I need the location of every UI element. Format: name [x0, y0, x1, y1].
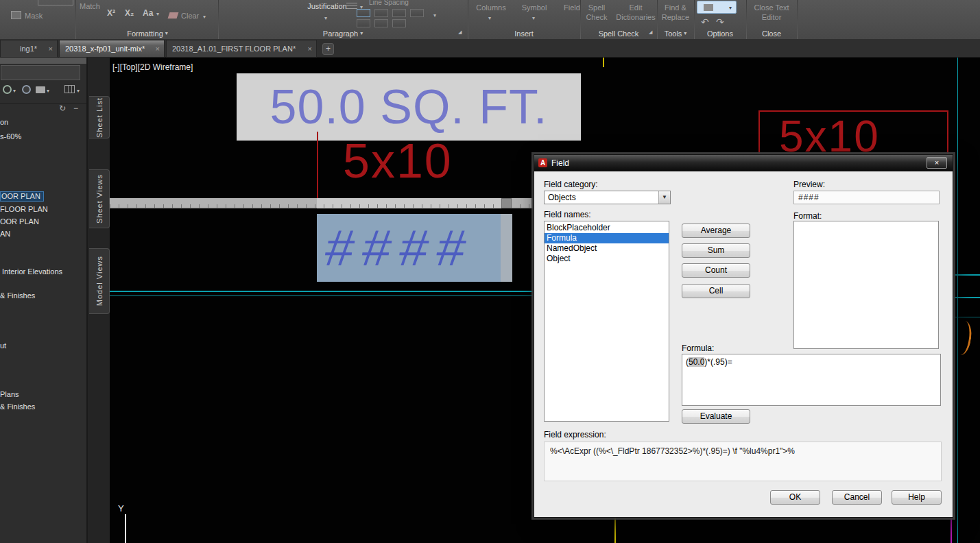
spell-check-button[interactable]: Spell Check: [580, 3, 613, 23]
find-replace-button[interactable]: Find & Replace: [658, 3, 693, 23]
close-text-editor-button[interactable]: Close Text Editor: [750, 3, 793, 23]
clear-formatting-button[interactable]: Clear: [181, 12, 199, 21]
paragraph-options-dropdown-icon[interactable]: ▾: [433, 12, 436, 19]
dropdown-icon[interactable]: ▾: [77, 88, 80, 94]
close-tab-icon[interactable]: ×: [156, 40, 160, 57]
average-button[interactable]: Average: [682, 224, 750, 238]
field-expression-box: %<\AcExpr ((%<\_FldPtr 1867732352>%)*(.9…: [544, 442, 942, 481]
partial-button-outline: [38, 0, 73, 5]
field-names-listbox[interactable]: BlockPlaceholder Formula NamedObject Obj…: [544, 221, 669, 422]
sheet-tree-item[interactable]: s-60%: [0, 132, 21, 141]
cell-button[interactable]: Cell: [682, 284, 750, 298]
mtext-edit-background: [501, 214, 512, 282]
panel-close[interactable]: Close: [746, 28, 797, 38]
file-tab[interactable]: ing1*×: [0, 40, 58, 58]
sheet-tree-item-selected[interactable]: OOR PLAN: [0, 191, 44, 202]
dialog-close-button[interactable]: ×: [927, 157, 947, 169]
file-tab[interactable]: 20318_A1.01_FIRST FLOOR PLAN*×: [166, 40, 317, 58]
sheet-tree-item[interactable]: & Finishes: [0, 291, 35, 300]
help-button[interactable]: Help: [892, 490, 942, 505]
sheet-setup-icon[interactable]: [64, 85, 75, 93]
align-right-icon[interactable]: [392, 9, 406, 17]
field-category-dropdown[interactable]: Objects ▼: [544, 191, 671, 204]
cad-line-yellow: [614, 516, 616, 543]
superscript-button[interactable]: X²: [107, 8, 115, 18]
dialog-title-bar[interactable]: A Field ×: [534, 155, 953, 171]
columns-dropdown-icon[interactable]: ▾: [488, 15, 491, 21]
sheet-tree-item[interactable]: AN: [0, 230, 10, 238]
publish-status-icon[interactable]: [3, 85, 12, 94]
bullets-icon[interactable]: [357, 19, 370, 27]
field-dialog: A Field × Field category: Objects ▼ Fiel…: [534, 154, 953, 518]
file-tab-active[interactable]: 20318_x-fp01_unit-mix*×: [59, 40, 165, 58]
etransmit-icon[interactable]: [22, 85, 31, 94]
panel-formatting[interactable]: Formatting▾: [77, 28, 218, 38]
ruler-width-handle[interactable]: [501, 198, 512, 208]
case-dropdown-icon[interactable]: ▾: [156, 11, 159, 17]
panel-options[interactable]: Options: [694, 28, 746, 38]
symbol-button[interactable]: Symbol: [514, 3, 554, 13]
close-tab-icon[interactable]: ×: [49, 40, 53, 57]
count-button[interactable]: Count: [682, 263, 750, 278]
sheet-tree-item[interactable]: on: [0, 118, 8, 126]
panel-divider: [797, 0, 798, 39]
panel-spell-check[interactable]: Spell Check: [580, 28, 657, 38]
tab-sheet-views[interactable]: Sheet Views: [89, 169, 110, 228]
line-spacing-icon[interactable]: [346, 3, 357, 10]
align-left-icon[interactable]: [357, 9, 370, 17]
dropdown-icon[interactable]: ▾: [47, 88, 49, 94]
sheet-tree-item[interactable]: Plans: [0, 390, 19, 398]
line-spacing-button[interactable]: Line Spacing: [369, 0, 409, 8]
mask-button[interactable]: Mask: [25, 12, 43, 21]
sheet-tree-item[interactable]: Interior Elevations: [2, 267, 62, 276]
undo-icon[interactable]: ↶: [701, 16, 709, 27]
distribute-icon[interactable]: [392, 19, 406, 27]
sheet-tree-item[interactable]: FLOOR PLAN: [0, 205, 48, 213]
refresh-icon[interactable]: ↻: [59, 104, 66, 113]
sheet-tree-item[interactable]: ut: [0, 341, 6, 350]
match-formatting-button[interactable]: Match: [80, 2, 100, 12]
panel-paragraph[interactable]: Paragraph▾: [218, 28, 468, 38]
list-item-selected[interactable]: Formula: [545, 233, 669, 243]
tab-sheet-list[interactable]: Sheet List: [89, 96, 110, 138]
clear-dropdown-icon[interactable]: ▾: [203, 14, 206, 20]
list-item[interactable]: Object: [545, 254, 669, 264]
new-drawing-tab-button[interactable]: +: [322, 43, 334, 55]
sheet-selection-dropdown[interactable]: [1, 65, 80, 80]
paragraph-dialog-launcher-icon[interactable]: ◢: [458, 29, 462, 35]
cancel-button[interactable]: Cancel: [832, 490, 882, 505]
field-names-label: Field names:: [544, 210, 591, 219]
justify-icon[interactable]: [410, 9, 424, 17]
list-item[interactable]: BlockPlaceholder: [545, 223, 669, 233]
dropdown-icon[interactable]: ▾: [13, 88, 16, 94]
symbol-dropdown-icon[interactable]: ▾: [532, 15, 535, 21]
format-listbox[interactable]: [793, 221, 939, 349]
printer-icon[interactable]: [36, 86, 45, 93]
redo-icon[interactable]: ↷: [716, 16, 724, 27]
viewport-controls-label[interactable]: [-][Top][2D Wireframe]: [112, 62, 193, 72]
numbering-icon[interactable]: [374, 19, 388, 27]
sheet-tree-item[interactable]: & Finishes: [0, 402, 35, 411]
close-tab-icon[interactable]: ×: [308, 40, 312, 57]
formula-edit-box[interactable]: (50.0)*(.95)=: [682, 354, 941, 406]
panel-tools[interactable]: Tools▾: [657, 28, 694, 38]
formula-field-token[interactable]: 50.0: [689, 357, 704, 367]
edit-dictionaries-button[interactable]: Edit Dictionaries: [616, 3, 656, 23]
tab-model-views[interactable]: Model Views: [89, 248, 110, 314]
justification-dropdown-icon: ▾: [324, 15, 327, 21]
spellcheck-dialog-launcher-icon[interactable]: ◢: [649, 29, 652, 35]
panel-insert[interactable]: Insert: [468, 28, 580, 38]
list-item[interactable]: NamedObject: [545, 243, 669, 254]
combo-arrow-icon[interactable]: ▼: [658, 191, 670, 204]
columns-button[interactable]: Columns: [470, 3, 512, 13]
cad-line-cyan-vertical: [957, 58, 958, 543]
options-highlighted-button[interactable]: ▾: [697, 1, 737, 14]
evaluate-button[interactable]: Evaluate: [682, 409, 750, 424]
collapse-icon[interactable]: −: [73, 104, 78, 113]
change-case-button[interactable]: Aa: [143, 8, 153, 18]
ok-button[interactable]: OK: [770, 490, 820, 505]
align-center-icon[interactable]: [374, 9, 388, 17]
subscript-button[interactable]: X₂: [125, 8, 134, 18]
sum-button[interactable]: Sum: [682, 243, 750, 258]
sheet-tree-item[interactable]: OOR PLAN: [0, 217, 39, 226]
